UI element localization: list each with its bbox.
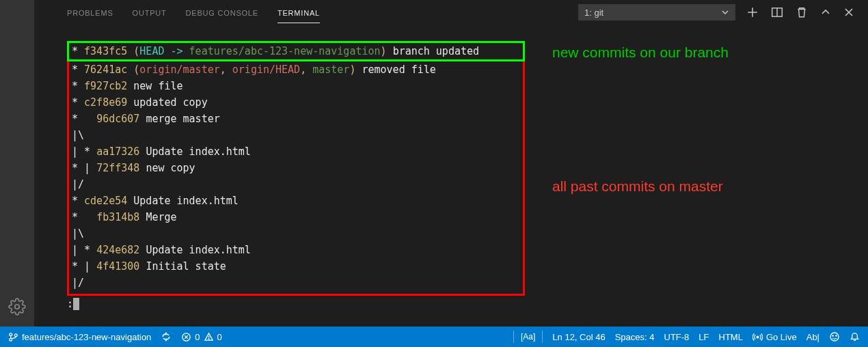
warning-icon [204, 332, 214, 342]
terminal-body[interactable]: * f343fc5 (HEAD -> features/abc-123-new-… [34, 25, 868, 327]
log-line: |\ [72, 127, 520, 143]
highlight-new-commits: * f343fc5 (HEAD -> features/abc-123-new-… [67, 41, 525, 61]
sync-icon [161, 331, 172, 342]
status-eol[interactable]: LF [699, 332, 709, 342]
activity-bar [0, 0, 34, 327]
trash-icon[interactable] [796, 6, 808, 18]
highlight-past-commits: * 76241ac (origin/master, origin/HEAD, m… [67, 61, 525, 296]
git-log-output: * f343fc5 (HEAD -> features/abc-123-new-… [67, 41, 525, 327]
status-notifications[interactable] [850, 332, 860, 342]
status-language[interactable]: HTML [719, 332, 743, 342]
log-line: |/ [72, 275, 520, 291]
feedback-icon [829, 331, 840, 342]
status-indentation[interactable]: Spaces: 4 [615, 332, 655, 342]
svg-point-4 [10, 338, 12, 341]
log-line: |\ [72, 225, 520, 242]
svg-point-10 [830, 333, 839, 341]
svg-point-8 [208, 338, 209, 339]
log-line: * 96dc607 merge master [72, 111, 520, 127]
log-line: * fb314b8 Merge [72, 209, 520, 225]
status-feedback[interactable] [829, 331, 840, 342]
maximize-panel-icon[interactable] [820, 7, 831, 18]
status-sync[interactable] [161, 331, 172, 342]
status-bar: features/abc-123-new-navigation 0 0 [Aa]… [0, 327, 868, 347]
log-line: * f343fc5 (HEAD -> features/abc-123-new-… [72, 43, 520, 59]
svg-point-9 [757, 336, 759, 338]
panel-actions [746, 6, 854, 18]
svg-point-3 [10, 333, 12, 335]
status-case-sensitive[interactable]: [Aa] [513, 331, 543, 343]
status-branch-name: features/abc-123-new-navigation [22, 332, 151, 342]
terminal-selector[interactable]: 1: git [578, 4, 735, 20]
broadcast-icon [752, 332, 763, 342]
svg-point-5 [14, 333, 17, 336]
log-line: |/ [72, 176, 520, 193]
panel-tabs: PROBLEMS OUTPUT DEBUG CONSOLE TERMINAL [67, 2, 320, 23]
status-golive[interactable]: Go Live [752, 332, 797, 342]
svg-point-0 [15, 305, 20, 309]
terminal-cursor [73, 298, 79, 310]
status-problems[interactable]: 0 0 [181, 332, 221, 342]
pager-prompt: : [67, 296, 525, 312]
log-line: | * aa17326 Update index.html [72, 143, 520, 160]
error-icon [181, 332, 191, 342]
log-line: * | 4f41300 Initial state [72, 258, 520, 275]
svg-point-12 [836, 335, 837, 336]
gear-icon[interactable] [8, 298, 26, 316]
status-cursor-position[interactable]: Ln 12, Col 46 [552, 332, 605, 342]
split-terminal-icon[interactable] [771, 6, 783, 18]
svg-point-11 [832, 335, 833, 336]
annotation-past-commits: all past commits on master [552, 178, 854, 195]
tab-terminal[interactable]: TERMINAL [277, 2, 320, 23]
log-line: * 76241ac (origin/master, origin/HEAD, m… [72, 61, 520, 78]
status-spellcheck[interactable]: Ab| [806, 332, 819, 342]
panel: PROBLEMS OUTPUT DEBUG CONSOLE TERMINAL 1… [34, 0, 868, 327]
status-encoding[interactable]: UTF-8 [664, 332, 690, 342]
annotations: new commits on our branch all past commi… [552, 41, 854, 327]
log-line: * | 72ff348 new copy [72, 160, 520, 176]
bell-icon [850, 332, 860, 342]
branch-icon [8, 332, 18, 342]
chevron-down-icon [721, 8, 729, 16]
new-terminal-icon[interactable] [746, 6, 759, 18]
log-line: * cde2e54 Update index.html [72, 193, 520, 209]
annotation-new-commits: new commits on our branch [552, 44, 854, 61]
terminal-selector-value: 1: git [584, 8, 721, 18]
log-line: | * 424e682 Update index.html [72, 242, 520, 258]
panel-header: PROBLEMS OUTPUT DEBUG CONSOLE TERMINAL 1… [34, 0, 868, 25]
close-panel-icon[interactable] [843, 7, 854, 18]
log-line: * c2f8e69 updated copy [72, 94, 520, 111]
log-line: * f927cb2 new file [72, 78, 520, 94]
tab-debug-console[interactable]: DEBUG CONSOLE [186, 2, 258, 23]
tab-problems[interactable]: PROBLEMS [67, 2, 113, 23]
tab-output[interactable]: OUTPUT [133, 2, 167, 23]
status-branch[interactable]: features/abc-123-new-navigation [8, 332, 151, 342]
